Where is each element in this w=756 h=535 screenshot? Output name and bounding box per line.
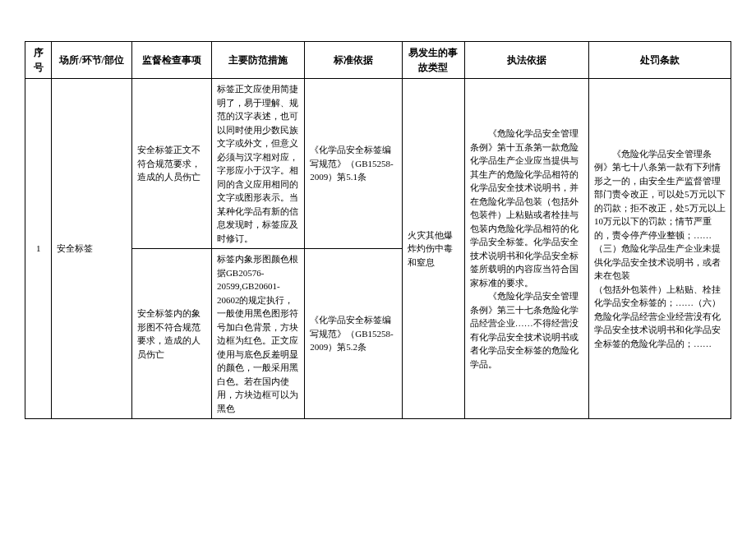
header-penalty: 处罚条款	[589, 42, 731, 79]
cell-penalty: 《危险化学品安全管理条例》第七十八条第一款有下列情形之一的，由安全生产监督管理部…	[589, 79, 731, 419]
header-check: 监督检查事项	[131, 42, 211, 79]
header-seq: 序号	[25, 42, 52, 79]
cell-measure-1: 标签正文应使用简捷明了，易于理解、规范的汉字表述，也可以同时使用少数民族文字或外…	[211, 79, 304, 249]
cell-check-1: 安全标签正文不符合规范要求，造成的人员伤亡	[131, 79, 211, 249]
table-row: 1 安全标签 安全标签正文不符合规范要求，造成的人员伤亡 标签正文应使用简捷明了…	[25, 79, 731, 249]
header-place: 场所/环节/部位	[52, 42, 131, 79]
cell-seq: 1	[25, 79, 52, 419]
cell-place: 安全标签	[52, 79, 131, 419]
header-standard: 标准依据	[305, 42, 403, 79]
cell-law: 《危险化学品安全管理条例》第十五条第一款危险化学品生产企业应当提供与其生产的危险…	[464, 79, 588, 419]
cell-standard-2: 《化学品安全标签编写规范》（GB15258-2009）第5.2条	[305, 249, 403, 419]
header-accident: 易发生的事故类型	[403, 42, 465, 79]
table-header-row: 序号 场所/环节/部位 监督检查事项 主要防范措施 标准依据 易发生的事故类型 …	[25, 42, 731, 79]
cell-standard-1: 《化学品安全标签编写规范》（GB15258-2009）第5.1条	[305, 79, 403, 249]
cell-accident: 火灾其他爆炸灼伤中毒和窒息	[403, 79, 465, 419]
cell-measure-2: 标签内象形图颜色根据GB20576-20599,GB20601-20602的规定…	[211, 249, 304, 419]
header-law: 执法依据	[464, 42, 588, 79]
header-measure: 主要防范措施	[211, 42, 304, 79]
regulation-table: 序号 场所/环节/部位 监督检查事项 主要防范措施 标准依据 易发生的事故类型 …	[25, 41, 731, 419]
cell-check-2: 安全标签内的象形图不符合规范要求，造成的人员伤亡	[131, 249, 211, 419]
